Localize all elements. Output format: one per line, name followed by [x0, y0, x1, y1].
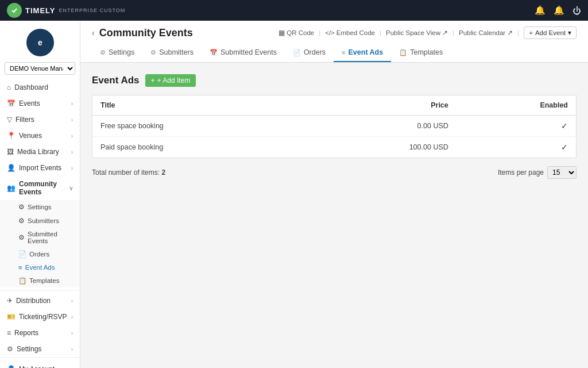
public-space-view-link[interactable]: Public Space View ↗ — [386, 29, 448, 37]
sidebar-sub-ce-settings[interactable]: ⚙ Settings — [14, 200, 80, 214]
tab-submitters-icon: ⚙ — [150, 49, 156, 56]
embed-code-link[interactable]: </> Embed Code — [325, 29, 375, 36]
row-enabled: ✓ — [457, 137, 577, 158]
add-event-button[interactable]: + Add Event ▾ — [524, 26, 577, 39]
tab-orders[interactable]: 📄 Orders — [285, 44, 334, 62]
sidebar-divider — [0, 290, 80, 290]
filters-arrow-icon: › — [71, 117, 73, 123]
venues-arrow-icon: › — [71, 133, 73, 139]
row-title: Paid space booking — [92, 137, 307, 158]
items-per-page-label: Items per page — [498, 168, 544, 177]
account-icon: 👤 — [7, 365, 16, 368]
dist-icon: ✈ — [7, 297, 13, 305]
qr-code-link[interactable]: ▦ QR Code — [278, 29, 314, 37]
items-per-page-select[interactable]: 15 25 50 100 — [547, 166, 577, 179]
power-icon[interactable]: ⏻ — [572, 6, 581, 16]
sidebar-sub-ce-templates[interactable]: 📋 Templates — [14, 274, 80, 288]
sidebar-item-settings[interactable]: ⚙Settings › — [0, 341, 80, 357]
page-title: Community Events — [99, 27, 193, 39]
ce-submitted-label: Submitted Events — [28, 231, 73, 244]
sidebar-label-community: Community Events — [19, 180, 65, 196]
back-arrow-icon[interactable]: ‹ — [92, 28, 95, 37]
col-price: Price — [307, 95, 457, 116]
sidebar-item-events[interactable]: 📅Events › — [0, 95, 80, 112]
main-layout: e DEMO Venue Managemer ⌂Dashboard 📅Event… — [0, 21, 588, 368]
sidebar-sub-ce-submitted-events[interactable]: ⚙ Submitted Events — [14, 228, 80, 247]
reports-icon: ≡ — [7, 329, 11, 337]
ce-event-ads-icon: ≡ — [18, 264, 22, 271]
total-count: 2 — [161, 168, 165, 177]
sidebar-item-distribution[interactable]: ✈Distribution › — [0, 293, 80, 309]
tab-bar: ⚙ Settings ⚙ Submitters 📅 Submitted Even… — [92, 44, 577, 62]
venue-select[interactable]: DEMO Venue Managemer — [5, 62, 75, 75]
page-title-row: ‹ Community Events — [92, 27, 193, 39]
tab-submitted-label: Submitted Events — [220, 48, 277, 56]
sidebar-item-venues[interactable]: 📍Venues › — [0, 128, 80, 144]
svg-text:e: e — [38, 38, 42, 47]
tab-templates-icon: 📋 — [399, 49, 407, 56]
table-row: Free space booking 0.00 USD ✓ — [92, 116, 577, 137]
dist-arrow-icon: › — [71, 298, 73, 304]
tab-event-ads[interactable]: ≡ Event Ads — [334, 44, 391, 62]
bell-icon[interactable]: 🔔 — [554, 5, 564, 16]
sidebar-sub-ce-event-ads[interactable]: ≡ Event Ads — [14, 261, 80, 274]
sidebar-item-media-library[interactable]: 🖼Media Library › — [0, 144, 80, 160]
import-arrow-icon: › — [71, 165, 73, 171]
external-link-icon: ↗ — [442, 29, 448, 37]
account-arrow-icon: › — [71, 366, 73, 369]
sidebar-item-community-events[interactable]: 👥Community Events ∨ — [0, 176, 80, 200]
items-per-page: Items per page 15 25 50 100 — [498, 166, 577, 179]
col-enabled: Enabled — [457, 95, 577, 116]
total-items: Total number of items: 2 — [92, 168, 165, 177]
sidebar-label-import: Import Events — [19, 164, 61, 172]
sidebar-item-dashboard[interactable]: ⌂Dashboard — [0, 79, 80, 95]
community-submenu: ⚙ Settings ⚙ Submitters ⚙ Submitted Even… — [0, 200, 80, 288]
top-nav-icons: 🔔 🔔 ⏻ — [535, 5, 581, 16]
settings-icon: ⚙ — [7, 345, 13, 353]
sidebar-item-reports[interactable]: ≡Reports › — [0, 325, 80, 341]
row-enabled: ✓ — [457, 116, 577, 137]
ce-submitted-icon: ⚙ — [18, 233, 25, 241]
dashboard-icon: ⌂ — [7, 83, 11, 91]
media-icon: 🖼 — [7, 148, 14, 156]
avatar: e — [26, 29, 54, 56]
add-item-label: + Add Item — [157, 76, 191, 85]
tab-submitters[interactable]: ⚙ Submitters — [142, 44, 202, 62]
sidebar-label-media: Media Library — [17, 148, 59, 156]
col-title: Title — [92, 95, 307, 116]
ce-submitters-icon: ⚙ — [18, 217, 25, 225]
ce-orders-icon: 📄 — [18, 250, 26, 258]
tab-templates[interactable]: 📋 Templates — [391, 44, 451, 62]
row-price: 0.00 USD — [307, 116, 457, 137]
ce-templates-label: Templates — [29, 277, 59, 284]
tab-submitted-events[interactable]: 📅 Submitted Events — [202, 44, 285, 62]
sidebar-item-filters[interactable]: ▽Filters › — [0, 112, 80, 128]
section-header: Event Ads + + Add Item — [92, 74, 577, 87]
main-content: Event Ads + + Add Item Title Price Enabl… — [80, 63, 588, 368]
public-calendar-link[interactable]: Public Calendar ↗ — [459, 29, 513, 37]
calendar-external-icon: ↗ — [507, 29, 513, 37]
add-event-icon: + — [529, 29, 533, 36]
sidebar-sub-ce-submitters[interactable]: ⚙ Submitters — [14, 214, 80, 228]
ce-submitters-label: Submitters — [28, 217, 59, 224]
import-icon: 👤 — [7, 164, 16, 172]
enabled-check-icon: ✓ — [561, 121, 568, 131]
add-item-button[interactable]: + + Add Item — [145, 74, 196, 87]
tab-orders-label: Orders — [304, 48, 326, 56]
sidebar-label-ticketing: Ticketing/RSVP — [19, 313, 67, 321]
notification-icon[interactable]: 🔔 — [535, 5, 546, 16]
tab-settings-icon: ⚙ — [100, 49, 106, 56]
table-header-row: Title Price Enabled — [92, 95, 577, 116]
filters-icon: ▽ — [7, 116, 12, 124]
ce-orders-label: Orders — [29, 251, 49, 258]
sidebar-sub-ce-orders[interactable]: 📄 Orders — [14, 247, 80, 261]
tab-settings[interactable]: ⚙ Settings — [92, 44, 142, 62]
sidebar-item-my-account[interactable]: 👤My Account › — [0, 361, 80, 368]
sidebar-item-ticketing[interactable]: 🎫Ticketing/RSVP › — [0, 309, 80, 325]
tab-submitters-label: Submitters — [159, 48, 194, 56]
sidebar: e DEMO Venue Managemer ⌂Dashboard 📅Event… — [0, 21, 80, 368]
tab-settings-label: Settings — [109, 48, 134, 56]
add-event-arrow-icon: ▾ — [568, 29, 571, 37]
sidebar-label-dashboard: Dashboard — [14, 83, 48, 91]
sidebar-item-import-events[interactable]: 👤Import Events › — [0, 160, 80, 176]
